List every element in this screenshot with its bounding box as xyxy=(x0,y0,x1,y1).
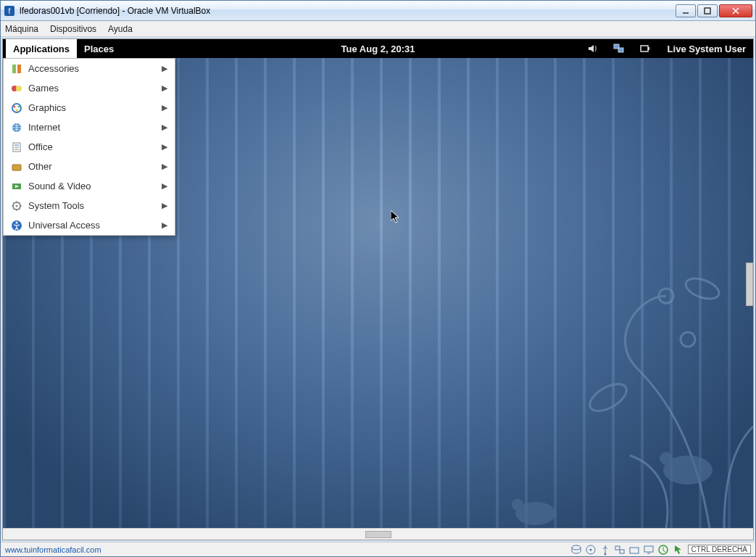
svg-point-33 xyxy=(683,275,721,303)
office-icon xyxy=(11,141,22,153)
menu-system-tools[interactable]: System Tools ▶ xyxy=(4,196,175,215)
systools-icon xyxy=(11,200,22,212)
menu-universal-access[interactable]: Universal Access ▶ xyxy=(4,215,175,235)
user-menu[interactable]: Live System User xyxy=(665,44,746,54)
svg-rect-7 xyxy=(618,48,623,52)
svg-rect-3 xyxy=(705,8,710,14)
menu-internet[interactable]: Internet ▶ xyxy=(4,117,175,137)
menu-sound-video[interactable]: Sound & Video ▶ xyxy=(4,176,175,196)
chevron-right-icon: ▶ xyxy=(162,201,167,210)
svg-point-13 xyxy=(16,86,22,91)
gnome-top-panel: Applications Places Tue Aug 2, 20:31 Liv… xyxy=(3,39,753,58)
network-icon[interactable] xyxy=(612,42,626,55)
svg-point-40 xyxy=(589,548,591,550)
svg-point-31 xyxy=(681,332,695,347)
chevron-right-icon: ▶ xyxy=(162,64,167,73)
svg-rect-9 xyxy=(648,47,649,50)
menu-other[interactable]: Other ▶ xyxy=(4,157,175,176)
menu-label: Internet xyxy=(28,122,156,133)
places-menu-button[interactable]: Places xyxy=(77,39,121,58)
menu-machine[interactable]: Máquina xyxy=(5,24,38,34)
mouse-capture-icon[interactable] xyxy=(672,544,684,556)
svg-point-15 xyxy=(14,105,16,107)
network-status-icon[interactable] xyxy=(614,544,626,556)
wallpaper-decoration xyxy=(449,223,753,528)
applications-menu-button[interactable]: Applications xyxy=(6,39,77,58)
maximize-button[interactable] xyxy=(697,4,718,17)
svg-point-16 xyxy=(18,105,20,107)
volume-icon[interactable] xyxy=(586,42,599,55)
menu-label: System Tools xyxy=(28,200,156,211)
guest-additions-icon[interactable] xyxy=(657,544,669,556)
accessibility-icon xyxy=(11,220,22,231)
chevron-right-icon: ▶ xyxy=(162,123,167,132)
media-icon xyxy=(11,181,22,192)
menu-label: Office xyxy=(28,141,156,152)
svg-point-41 xyxy=(604,553,606,555)
menu-label: Universal Access xyxy=(28,220,156,231)
statusbar-link[interactable]: www.tuinformaticafacil.com xyxy=(5,545,101,554)
harddisk-icon[interactable] xyxy=(570,544,582,556)
menu-label: Accessories xyxy=(28,63,156,74)
vertical-scrollbar[interactable] xyxy=(744,38,755,531)
display-icon[interactable] xyxy=(643,544,655,556)
mouse-cursor-icon xyxy=(391,210,402,225)
applications-dropdown: Accessories ▶ Games ▶ Graphics ▶ Interne… xyxy=(3,58,175,236)
svg-point-17 xyxy=(16,109,18,111)
system-tray: Live System User xyxy=(586,42,750,55)
chevron-right-icon: ▶ xyxy=(162,162,167,171)
usb-icon[interactable] xyxy=(599,544,611,556)
clock[interactable]: Tue Aug 2, 20:31 xyxy=(341,44,415,54)
window-controls xyxy=(676,4,752,17)
virtualbox-window: f lfedoras001vb [Corriendo] - Oracle VM … xyxy=(0,0,756,557)
chevron-right-icon: ▶ xyxy=(162,103,167,112)
titlebar: f lfedoras001vb [Corriendo] - Oracle VM … xyxy=(1,1,755,21)
accessories-icon xyxy=(11,63,22,75)
horizontal-scrollbar[interactable] xyxy=(3,528,753,540)
menu-help[interactable]: Ayuda xyxy=(108,24,133,34)
shared-folder-icon[interactable] xyxy=(628,544,640,556)
svg-rect-45 xyxy=(644,546,653,552)
svg-point-27 xyxy=(16,205,18,207)
vbox-status-icons xyxy=(570,544,684,556)
svg-rect-23 xyxy=(12,165,21,170)
svg-point-38 xyxy=(572,545,581,550)
menu-label: Sound & Video xyxy=(28,181,156,191)
internet-icon xyxy=(11,122,22,133)
menu-label: Games xyxy=(28,83,156,94)
statusbar: www.tuinformaticafacil.com CTRL DERECHA xyxy=(1,542,755,556)
host-key-indicator: CTRL DERECHA xyxy=(688,545,751,554)
svg-point-35 xyxy=(512,499,523,511)
svg-rect-43 xyxy=(620,550,624,553)
svg-point-37 xyxy=(660,452,673,465)
app-icon: f xyxy=(4,5,15,17)
chevron-right-icon: ▶ xyxy=(162,83,167,93)
optical-icon[interactable] xyxy=(585,544,597,556)
svg-point-29 xyxy=(16,221,18,223)
svg-rect-42 xyxy=(615,546,620,550)
chevron-right-icon: ▶ xyxy=(162,142,167,152)
battery-icon[interactable] xyxy=(639,42,652,55)
menu-graphics[interactable]: Graphics ▶ xyxy=(4,98,175,117)
close-button[interactable] xyxy=(719,4,752,17)
menu-games[interactable]: Games ▶ xyxy=(4,78,175,98)
svg-rect-10 xyxy=(12,65,16,73)
chevron-right-icon: ▶ xyxy=(162,220,167,230)
svg-rect-44 xyxy=(630,548,639,553)
virtualbox-menubar: Máquina Dispositivos Ayuda xyxy=(1,21,755,37)
chevron-right-icon: ▶ xyxy=(162,181,167,191)
svg-rect-11 xyxy=(17,65,21,73)
svg-rect-8 xyxy=(641,46,648,51)
menu-accessories[interactable]: Accessories ▶ xyxy=(4,59,175,78)
menu-label: Other xyxy=(28,161,156,172)
menu-office[interactable]: Office ▶ xyxy=(4,137,175,157)
menu-devices[interactable]: Dispositivos xyxy=(50,24,96,34)
games-icon xyxy=(11,83,22,94)
guest-display: Applications Places Tue Aug 2, 20:31 Liv… xyxy=(2,38,754,540)
window-title: lfedoras001vb [Corriendo] - Oracle VM Vi… xyxy=(20,6,676,16)
svg-text:f: f xyxy=(9,7,11,15)
menu-label: Graphics xyxy=(28,102,156,113)
minimize-button[interactable] xyxy=(676,4,696,17)
other-icon xyxy=(11,161,22,173)
svg-point-32 xyxy=(586,379,631,416)
